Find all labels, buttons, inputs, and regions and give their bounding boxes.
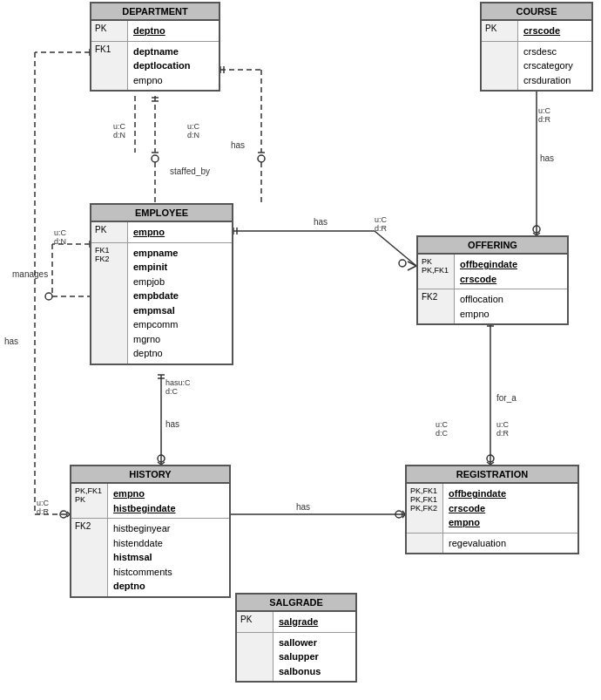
dept-empno: empno bbox=[133, 73, 190, 88]
for-a-label: for_a bbox=[496, 393, 517, 403]
history-entity: HISTORY PK,FK1 PK empno histbegindate FK… bbox=[70, 465, 231, 598]
emp-pk-fields: empno bbox=[128, 222, 170, 242]
er-diagram: staffed_by has has has has for_a has man… bbox=[0, 0, 601, 700]
svg-point-3 bbox=[152, 155, 159, 162]
history-empno: empno bbox=[113, 486, 176, 501]
svg-point-49 bbox=[60, 511, 67, 518]
card-off-reg3: u:C bbox=[496, 420, 510, 429]
emp-empinit: empinit bbox=[133, 260, 179, 275]
card-course-off2: d:R bbox=[538, 115, 551, 124]
employee-header: EMPLOYEE bbox=[91, 205, 232, 222]
emp-mgrno: mgrno bbox=[133, 332, 179, 347]
dept-deptno: deptno bbox=[133, 24, 165, 38]
has-left-label: has bbox=[4, 336, 18, 346]
salgrade-pk-key: PK bbox=[237, 612, 273, 632]
offering-header: OFFERING bbox=[418, 237, 567, 255]
history-histenddate: histenddate bbox=[113, 536, 172, 551]
course-entity: COURSE PK crscode crsdesc crscategory cr… bbox=[480, 2, 593, 92]
card-off-reg2: d:C bbox=[436, 429, 449, 438]
dept-data-fields: deptname deptlocation empno bbox=[128, 42, 195, 91]
registration-pk-fields: offbegindate crscode empno bbox=[443, 484, 511, 533]
offering-crscode: crscode bbox=[460, 272, 517, 287]
svg-point-24 bbox=[158, 455, 165, 462]
emp-empno: empno bbox=[133, 225, 165, 240]
has-hist-reg-label: has bbox=[296, 502, 310, 512]
svg-line-15 bbox=[375, 231, 416, 266]
card-dept-hist1: u:C bbox=[37, 499, 50, 507]
dept-pk-key: PK bbox=[91, 21, 128, 41]
salgrade-salbonus: salbonus bbox=[279, 664, 321, 679]
offering-offlocation: offlocation bbox=[460, 292, 503, 307]
reg-offbegindate: offbegindate bbox=[449, 486, 506, 501]
registration-entity: REGISTRATION PK,FK1 PK,FK1 PK,FK2 offbeg… bbox=[405, 465, 579, 554]
svg-point-56 bbox=[45, 293, 52, 300]
department-header: DEPARTMENT bbox=[91, 3, 219, 21]
svg-line-17 bbox=[408, 266, 416, 270]
manages-label: manages bbox=[12, 269, 48, 279]
dept-deptlocation: deptlocation bbox=[133, 58, 190, 73]
salgrade-salupper: salupper bbox=[279, 649, 321, 664]
emp-pk-key: PK bbox=[91, 222, 128, 242]
history-histbeginyear: histbeginyear bbox=[113, 521, 172, 536]
has-emp-offering-label: has bbox=[314, 217, 328, 227]
card-dept-emp-has2: d:N bbox=[187, 131, 199, 139]
course-crscode: crscode bbox=[523, 24, 560, 38]
offering-empno: empno bbox=[460, 307, 503, 322]
emp-empmsal: empmsal bbox=[133, 303, 179, 318]
svg-point-18 bbox=[399, 260, 406, 267]
course-crsdesc: crsdesc bbox=[523, 44, 573, 59]
reg-fk-key bbox=[407, 533, 443, 554]
registration-header: REGISTRATION bbox=[407, 466, 577, 484]
svg-point-36 bbox=[487, 455, 494, 462]
offering-pk-key: PK PK,FK1 bbox=[418, 255, 455, 289]
course-fk-key bbox=[482, 42, 518, 91]
department-entity: DEPARTMENT PK deptno FK1 deptname deptlo… bbox=[90, 2, 220, 92]
offering-pk-fields: offbegindate crscode bbox=[455, 255, 523, 289]
dept-fk1-key: FK1 bbox=[91, 42, 128, 91]
salgrade-fk-key bbox=[237, 633, 273, 682]
reg-data-fields: regevaluation bbox=[443, 533, 511, 554]
salgrade-entity: SALGRADE PK salgrade sallower salupper s… bbox=[235, 593, 357, 683]
has-dept-emp-label: has bbox=[231, 140, 245, 150]
svg-point-10 bbox=[258, 155, 265, 162]
course-crscategory: crscategory bbox=[523, 58, 573, 73]
salgrade-data-fields: sallower salupper salbonus bbox=[273, 633, 326, 682]
card-manages1: u:C bbox=[54, 228, 67, 237]
course-header: COURSE bbox=[482, 3, 591, 21]
emp-empbdate: empbdate bbox=[133, 289, 179, 303]
card-off-reg4: d:R bbox=[496, 429, 510, 438]
has-course-offering-label: has bbox=[540, 153, 554, 163]
emp-fk-key: FK1 FK2 bbox=[91, 243, 128, 364]
history-deptno: deptno bbox=[113, 579, 172, 594]
history-data-fields: histbeginyear histenddate histmsal histc… bbox=[108, 519, 178, 596]
staffed-by-label: staffed_by bbox=[170, 167, 210, 176]
salgrade-pk-fields: salgrade bbox=[273, 612, 323, 632]
svg-line-16 bbox=[408, 262, 416, 266]
history-pk-fields: empno histbegindate bbox=[108, 484, 181, 518]
reg-empno: empno bbox=[449, 515, 506, 530]
emp-empname: empname bbox=[133, 246, 179, 261]
history-header: HISTORY bbox=[71, 466, 229, 484]
history-fk2-key: FK2 bbox=[71, 519, 108, 596]
card-off-reg1: u:C bbox=[436, 420, 449, 429]
salgrade-sallower: sallower bbox=[279, 635, 321, 650]
emp-empjob: empjob bbox=[133, 275, 179, 289]
card-dept-emp-staffed: u:C bbox=[113, 122, 126, 131]
emp-data-fields: empname empinit empjob empbdate empmsal … bbox=[128, 243, 184, 364]
reg-regevaluation: regevaluation bbox=[449, 536, 506, 551]
svg-point-41 bbox=[533, 226, 540, 233]
card-dept-emp-staffed2: d:N bbox=[113, 131, 125, 139]
card-emp-offering-emp: u:C bbox=[375, 215, 388, 224]
history-histbegindate: histbegindate bbox=[113, 501, 176, 516]
dept-deptname: deptname bbox=[133, 44, 190, 59]
card-manages2: d:N bbox=[54, 237, 66, 246]
offering-entity: OFFERING PK PK,FK1 offbegindate crscode … bbox=[416, 235, 569, 325]
course-pk-key: PK bbox=[482, 21, 518, 41]
course-data-fields: crsdesc crscategory crsduration bbox=[518, 42, 578, 91]
salgrade-salgrade: salgrade bbox=[279, 615, 318, 629]
svg-point-30 bbox=[395, 511, 402, 518]
card-dept-emp-has: u:C bbox=[187, 122, 200, 131]
card-course-off1: u:C bbox=[538, 106, 551, 115]
emp-empcomm: empcomm bbox=[133, 317, 179, 332]
salgrade-header: SALGRADE bbox=[237, 595, 355, 612]
